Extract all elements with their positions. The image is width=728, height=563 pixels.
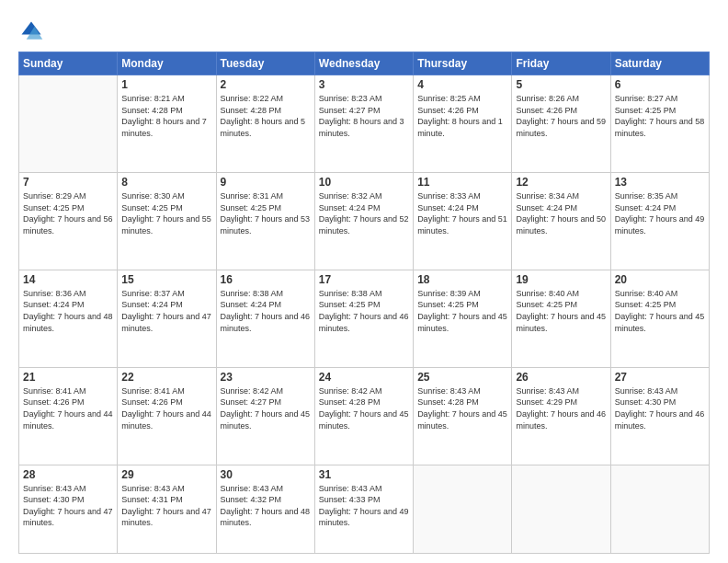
day-detail: Sunrise: 8:40 AM Sunset: 4:25 PM Dayligh… <box>615 288 705 334</box>
logo-icon <box>18 18 44 44</box>
day-detail: Sunrise: 8:43 AM Sunset: 4:30 PM Dayligh… <box>615 385 705 431</box>
day-number: 8 <box>121 176 211 189</box>
day-detail: Sunrise: 8:43 AM Sunset: 4:28 PM Dayligh… <box>417 385 507 431</box>
calendar-cell: 15Sunrise: 8:37 AM Sunset: 4:24 PM Dayli… <box>118 270 216 367</box>
day-detail: Sunrise: 8:31 AM Sunset: 4:25 PM Dayligh… <box>221 190 311 236</box>
calendar-cell: 18Sunrise: 8:39 AM Sunset: 4:25 PM Dayli… <box>414 270 512 367</box>
day-number: 9 <box>221 176 311 189</box>
calendar-cell: 4Sunrise: 8:25 AM Sunset: 4:26 PM Daylig… <box>414 75 512 173</box>
day-detail: Sunrise: 8:42 AM Sunset: 4:27 PM Dayligh… <box>221 385 311 431</box>
page: SundayMondayTuesdayWednesdayThursdayFrid… <box>0 0 728 563</box>
calendar-cell: 26Sunrise: 8:43 AM Sunset: 4:29 PM Dayli… <box>512 367 610 465</box>
weekday-header-monday: Monday <box>118 52 216 75</box>
calendar-cell: 12Sunrise: 8:34 AM Sunset: 4:24 PM Dayli… <box>512 172 610 270</box>
calendar-cell: 20Sunrise: 8:40 AM Sunset: 4:25 PM Dayli… <box>610 270 709 367</box>
day-detail: Sunrise: 8:43 AM Sunset: 4:32 PM Dayligh… <box>221 483 311 529</box>
calendar-cell <box>512 465 610 553</box>
calendar-cell: 13Sunrise: 8:35 AM Sunset: 4:24 PM Dayli… <box>610 172 709 270</box>
day-detail: Sunrise: 8:29 AM Sunset: 4:25 PM Dayligh… <box>23 190 113 236</box>
day-number: 15 <box>121 273 211 286</box>
week-row-4: 28Sunrise: 8:43 AM Sunset: 4:30 PM Dayli… <box>19 465 710 553</box>
calendar-cell: 1Sunrise: 8:21 AM Sunset: 4:28 PM Daylig… <box>118 75 216 173</box>
day-number: 6 <box>615 78 705 91</box>
day-detail: Sunrise: 8:38 AM Sunset: 4:25 PM Dayligh… <box>319 288 409 334</box>
calendar-cell: 16Sunrise: 8:38 AM Sunset: 4:24 PM Dayli… <box>216 270 314 367</box>
day-detail: Sunrise: 8:25 AM Sunset: 4:26 PM Dayligh… <box>417 93 507 139</box>
day-detail: Sunrise: 8:30 AM Sunset: 4:25 PM Dayligh… <box>121 190 211 236</box>
day-number: 1 <box>121 78 211 91</box>
day-number: 22 <box>121 371 211 384</box>
weekday-header-tuesday: Tuesday <box>216 52 314 75</box>
day-number: 29 <box>121 468 211 481</box>
week-row-0: 1Sunrise: 8:21 AM Sunset: 4:28 PM Daylig… <box>19 75 710 173</box>
day-detail: Sunrise: 8:26 AM Sunset: 4:26 PM Dayligh… <box>516 93 606 139</box>
calendar-cell: 10Sunrise: 8:32 AM Sunset: 4:24 PM Dayli… <box>314 172 413 270</box>
day-detail: Sunrise: 8:22 AM Sunset: 4:28 PM Dayligh… <box>221 93 311 139</box>
day-detail: Sunrise: 8:21 AM Sunset: 4:28 PM Dayligh… <box>121 93 211 139</box>
weekday-header-friday: Friday <box>512 52 610 75</box>
calendar-cell: 6Sunrise: 8:27 AM Sunset: 4:25 PM Daylig… <box>610 75 709 173</box>
day-detail: Sunrise: 8:41 AM Sunset: 4:26 PM Dayligh… <box>23 385 113 431</box>
week-row-1: 7Sunrise: 8:29 AM Sunset: 4:25 PM Daylig… <box>19 172 710 270</box>
day-number: 10 <box>319 176 409 189</box>
calendar-cell: 24Sunrise: 8:42 AM Sunset: 4:28 PM Dayli… <box>314 367 413 465</box>
calendar-cell: 2Sunrise: 8:22 AM Sunset: 4:28 PM Daylig… <box>216 75 314 173</box>
day-number: 4 <box>417 78 507 91</box>
calendar-cell: 21Sunrise: 8:41 AM Sunset: 4:26 PM Dayli… <box>19 367 118 465</box>
day-detail: Sunrise: 8:23 AM Sunset: 4:27 PM Dayligh… <box>319 93 409 139</box>
day-number: 11 <box>417 176 507 189</box>
day-number: 31 <box>319 468 409 481</box>
calendar-cell: 17Sunrise: 8:38 AM Sunset: 4:25 PM Dayli… <box>314 270 413 367</box>
day-detail: Sunrise: 8:37 AM Sunset: 4:24 PM Dayligh… <box>121 288 211 334</box>
day-number: 13 <box>615 176 705 189</box>
day-number: 18 <box>417 273 507 286</box>
day-detail: Sunrise: 8:43 AM Sunset: 4:33 PM Dayligh… <box>319 483 409 529</box>
calendar-cell: 23Sunrise: 8:42 AM Sunset: 4:27 PM Dayli… <box>216 367 314 465</box>
day-number: 28 <box>23 468 113 481</box>
day-detail: Sunrise: 8:41 AM Sunset: 4:26 PM Dayligh… <box>121 385 211 431</box>
day-detail: Sunrise: 8:43 AM Sunset: 4:31 PM Dayligh… <box>121 483 211 529</box>
day-detail: Sunrise: 8:32 AM Sunset: 4:24 PM Dayligh… <box>319 190 409 236</box>
calendar-cell: 5Sunrise: 8:26 AM Sunset: 4:26 PM Daylig… <box>512 75 610 173</box>
day-detail: Sunrise: 8:43 AM Sunset: 4:30 PM Dayligh… <box>23 483 113 529</box>
day-number: 20 <box>615 273 705 286</box>
day-number: 5 <box>516 78 606 91</box>
weekday-header-thursday: Thursday <box>414 52 512 75</box>
weekday-header-saturday: Saturday <box>610 52 709 75</box>
day-number: 16 <box>221 273 311 286</box>
day-number: 3 <box>319 78 409 91</box>
calendar-table: SundayMondayTuesdayWednesdayThursdayFrid… <box>18 52 710 554</box>
logo <box>18 18 46 44</box>
day-detail: Sunrise: 8:34 AM Sunset: 4:24 PM Dayligh… <box>516 190 606 236</box>
calendar-cell: 30Sunrise: 8:43 AM Sunset: 4:32 PM Dayli… <box>216 465 314 553</box>
week-row-3: 21Sunrise: 8:41 AM Sunset: 4:26 PM Dayli… <box>19 367 710 465</box>
week-row-2: 14Sunrise: 8:36 AM Sunset: 4:24 PM Dayli… <box>19 270 710 367</box>
day-detail: Sunrise: 8:33 AM Sunset: 4:24 PM Dayligh… <box>417 190 507 236</box>
day-detail: Sunrise: 8:27 AM Sunset: 4:25 PM Dayligh… <box>615 93 705 139</box>
calendar-cell: 8Sunrise: 8:30 AM Sunset: 4:25 PM Daylig… <box>118 172 216 270</box>
calendar-cell: 31Sunrise: 8:43 AM Sunset: 4:33 PM Dayli… <box>314 465 413 553</box>
day-number: 21 <box>23 371 113 384</box>
day-number: 19 <box>516 273 606 286</box>
calendar-cell: 19Sunrise: 8:40 AM Sunset: 4:25 PM Dayli… <box>512 270 610 367</box>
day-number: 23 <box>221 371 311 384</box>
weekday-header-row: SundayMondayTuesdayWednesdayThursdayFrid… <box>19 52 710 75</box>
day-number: 27 <box>615 371 705 384</box>
calendar-cell: 29Sunrise: 8:43 AM Sunset: 4:31 PM Dayli… <box>118 465 216 553</box>
day-number: 24 <box>319 371 409 384</box>
calendar-cell: 9Sunrise: 8:31 AM Sunset: 4:25 PM Daylig… <box>216 172 314 270</box>
day-number: 12 <box>516 176 606 189</box>
weekday-header-wednesday: Wednesday <box>314 52 413 75</box>
day-number: 2 <box>221 78 311 91</box>
calendar-cell: 28Sunrise: 8:43 AM Sunset: 4:30 PM Dayli… <box>19 465 118 553</box>
day-detail: Sunrise: 8:38 AM Sunset: 4:24 PM Dayligh… <box>221 288 311 334</box>
calendar-cell <box>19 75 118 173</box>
day-detail: Sunrise: 8:35 AM Sunset: 4:24 PM Dayligh… <box>615 190 705 236</box>
day-detail: Sunrise: 8:39 AM Sunset: 4:25 PM Dayligh… <box>417 288 507 334</box>
day-number: 26 <box>516 371 606 384</box>
day-number: 17 <box>319 273 409 286</box>
calendar-cell <box>414 465 512 553</box>
day-number: 30 <box>221 468 311 481</box>
weekday-header-sunday: Sunday <box>19 52 118 75</box>
day-detail: Sunrise: 8:40 AM Sunset: 4:25 PM Dayligh… <box>516 288 606 334</box>
